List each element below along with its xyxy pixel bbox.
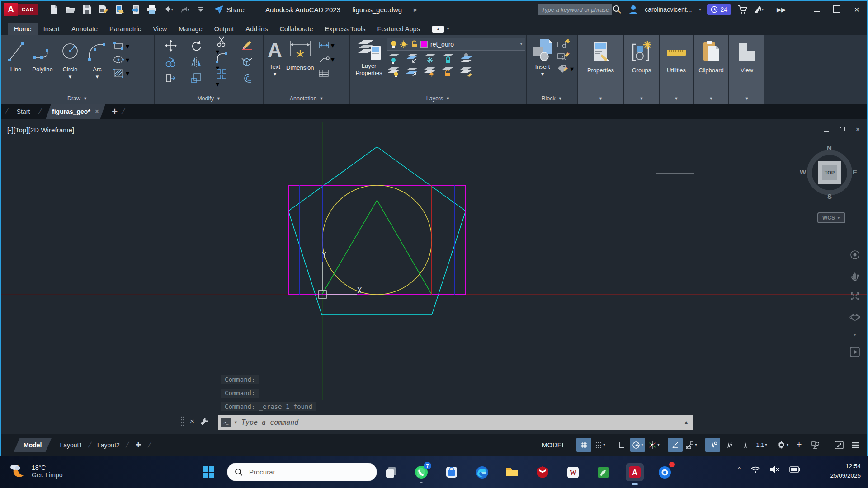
dimension-tool[interactable]: Dimension xyxy=(286,38,315,93)
minimize-button[interactable] xyxy=(810,6,824,14)
notification-badge[interactable]: 24 xyxy=(707,4,731,15)
new-file-button[interactable] xyxy=(49,5,59,14)
polar-tracking-toggle[interactable]: ▾ xyxy=(630,438,645,452)
tab-collaborate[interactable]: Collaborate xyxy=(274,23,319,35)
create-block-tool[interactable] xyxy=(557,38,571,48)
panel-draw-title[interactable]: Draw▼ xyxy=(1,93,154,104)
undo-button[interactable]: ▾ xyxy=(163,5,173,14)
move-tool[interactable] xyxy=(165,40,177,52)
cart-icon[interactable] xyxy=(737,5,747,14)
workspace-switcher[interactable]: ▾ xyxy=(775,438,790,452)
undo-dropdown[interactable]: ▾ xyxy=(171,8,173,12)
volume-muted-icon[interactable] xyxy=(769,465,780,474)
panel-properties-expand[interactable]: ▼ xyxy=(599,93,603,104)
command-bar-close-icon[interactable]: × xyxy=(190,417,194,426)
layer-unlock-tool[interactable] xyxy=(441,66,455,77)
panel-annotation-title[interactable]: Annotation▼ xyxy=(264,93,349,104)
status-bar-menu-button[interactable] xyxy=(848,438,863,452)
leader-dropdown[interactable]: ▾ xyxy=(331,55,335,64)
panel-groups[interactable]: Groups ▼ xyxy=(624,35,660,104)
tab-insert[interactable]: Insert xyxy=(38,23,66,35)
command-bar-grip[interactable] xyxy=(181,416,184,427)
save-button[interactable] xyxy=(82,5,92,14)
taskbar-search[interactable] xyxy=(227,463,377,481)
panel-view-expand[interactable]: ▼ xyxy=(745,93,749,104)
new-drawing-tab-button[interactable]: + xyxy=(112,106,118,117)
overflow-chevrons-icon[interactable]: ▶▶ xyxy=(777,6,786,13)
autocad-taskbar-button[interactable]: A xyxy=(626,463,644,481)
triangle-shape[interactable] xyxy=(322,200,432,295)
annotation-autoscale-toggle[interactable] xyxy=(722,438,736,452)
file-tab-start[interactable]: Start xyxy=(12,108,35,115)
showmotion-icon[interactable] xyxy=(850,347,860,357)
ribbon-collapse-button[interactable]: ▲ xyxy=(432,26,444,33)
viewcube-north[interactable]: N xyxy=(827,144,832,152)
circle-tool[interactable]: Circle ▾ xyxy=(59,38,81,93)
edit-block-tool[interactable] xyxy=(557,51,571,61)
tab-layout1[interactable]: Layout1 xyxy=(60,441,82,449)
open-from-web-mobile-button[interactable] xyxy=(114,5,124,14)
zoom-extents-icon[interactable] xyxy=(849,291,860,302)
grid-toggle[interactable] xyxy=(576,438,591,452)
save-to-web-mobile-button[interactable] xyxy=(131,5,141,14)
panel-block-title[interactable]: Block▼ xyxy=(527,93,577,104)
tab-express-tools[interactable]: Express Tools xyxy=(319,23,372,35)
viewcube-south[interactable]: S xyxy=(827,192,832,200)
layer-lock-tool[interactable] xyxy=(441,53,455,64)
open-file-button[interactable] xyxy=(66,5,75,14)
polyline-tool[interactable]: Polyline xyxy=(31,38,54,93)
new-layout-button[interactable]: + xyxy=(136,439,142,451)
wifi-icon[interactable] xyxy=(750,465,760,474)
recent-commands-icon[interactable]: ▲ xyxy=(684,419,689,426)
model-paper-toggle[interactable]: MODEL xyxy=(538,438,570,452)
annotation-scale-value[interactable]: 1:1▾ xyxy=(754,438,769,452)
user-avatar-icon[interactable] xyxy=(628,5,638,14)
taskbar-clock[interactable]: 12:54 25/09/2025 xyxy=(830,462,861,481)
fullscreen-toggle[interactable] xyxy=(831,438,846,452)
autodesk-logo-icon[interactable]: ▾ xyxy=(754,5,764,14)
array-tool[interactable]: ▾ xyxy=(216,68,227,89)
line-tool[interactable]: Line xyxy=(5,38,26,93)
insert-dropdown[interactable]: ▾ xyxy=(541,70,544,77)
layer-freeze-tool[interactable] xyxy=(423,53,437,64)
scale-tool[interactable] xyxy=(190,72,202,84)
plot-button[interactable] xyxy=(147,5,157,14)
tab-home[interactable]: Home xyxy=(8,23,38,35)
tray-chevron-icon[interactable]: ⌃ xyxy=(737,466,741,473)
stretch-tool[interactable] xyxy=(165,72,177,84)
tab-parametric[interactable]: Parametric xyxy=(104,23,147,35)
layer-unisolate-tool[interactable] xyxy=(405,66,419,77)
whatsapp-button[interactable]: 7 xyxy=(414,465,429,480)
redo-button[interactable]: ▾ xyxy=(179,5,189,14)
viewcube-east[interactable]: E xyxy=(853,168,857,176)
layer-select-dropdown[interactable]: ▾ xyxy=(520,42,522,46)
annotation-scale-icon-button[interactable] xyxy=(738,438,753,452)
isolate-objects-button[interactable] xyxy=(808,438,823,452)
help-search-input[interactable] xyxy=(538,4,612,15)
panel-view[interactable]: View ▼ xyxy=(729,35,764,104)
layer-on-tool[interactable] xyxy=(387,66,401,77)
qat-customize-button[interactable] xyxy=(196,5,206,14)
annotation-visibility-toggle[interactable] xyxy=(705,438,720,452)
green-app-button[interactable] xyxy=(595,465,611,480)
ribbon-collapse-dropdown[interactable]: ▾ xyxy=(447,27,449,31)
close-button[interactable]: × xyxy=(850,5,863,15)
rotate-tool[interactable] xyxy=(190,40,202,52)
viewport-restore-icon[interactable] xyxy=(840,127,845,132)
ellipse-dropdown[interactable]: ▾ xyxy=(126,56,129,64)
viewport-close-icon[interactable]: × xyxy=(856,126,860,134)
viewport-minimize-icon[interactable] xyxy=(824,126,829,134)
tab-manage[interactable]: Manage xyxy=(173,23,208,35)
panel-clipboard[interactable]: Clipboard ▼ xyxy=(694,35,729,104)
panel-utilities[interactable]: Utilities ▼ xyxy=(660,35,694,104)
panel-clipboard-expand[interactable]: ▼ xyxy=(709,93,713,104)
arc-dropdown[interactable]: ▾ xyxy=(96,73,99,80)
store-app-button[interactable] xyxy=(444,465,459,480)
copy-tool[interactable] xyxy=(165,56,177,68)
array-dropdown[interactable]: ▾ xyxy=(216,80,219,88)
tab-annotate[interactable]: Annotate xyxy=(66,23,104,35)
circle-dropdown[interactable]: ▾ xyxy=(69,73,72,80)
mcafee-button[interactable] xyxy=(535,465,550,480)
user-name[interactable]: carolinacvicent... xyxy=(645,6,692,13)
object-snap-toggle[interactable]: ▾ xyxy=(684,438,699,452)
